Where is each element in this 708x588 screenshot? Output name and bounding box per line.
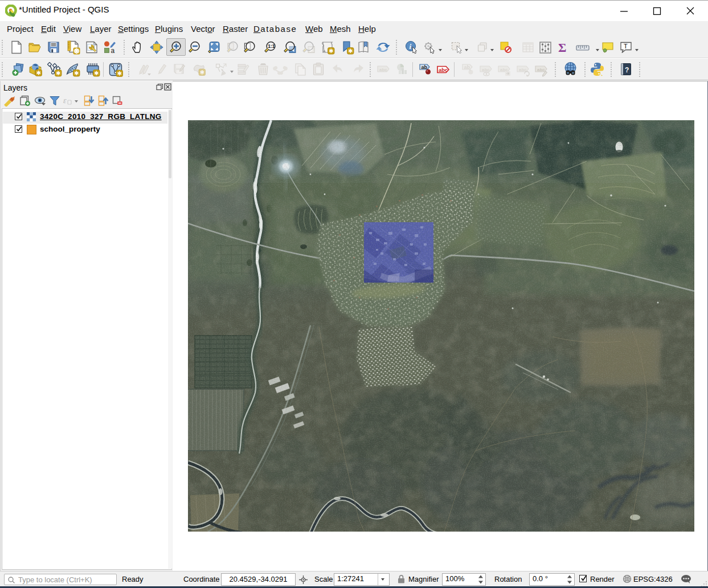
svg-text:Σ: Σ bbox=[558, 40, 566, 54]
svg-text:T: T bbox=[624, 43, 628, 50]
svg-text:abc: abc bbox=[439, 67, 448, 73]
svg-text:a: a bbox=[111, 47, 115, 55]
svg-text:?: ? bbox=[625, 66, 629, 74]
svg-text:i: i bbox=[410, 42, 412, 51]
svg-text:ε: ε bbox=[63, 96, 67, 105]
svg-text:1:1: 1:1 bbox=[268, 43, 275, 49]
svg-text:ab: ab bbox=[464, 64, 470, 70]
